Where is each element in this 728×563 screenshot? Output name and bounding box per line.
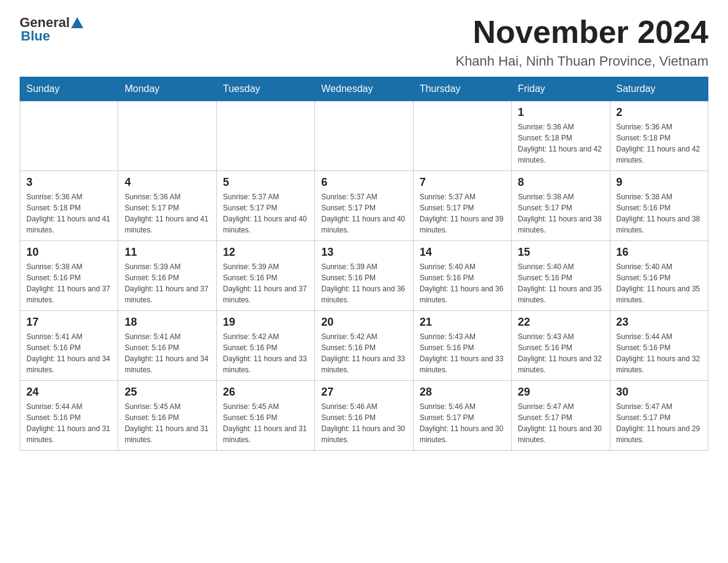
calendar-cell: 12Sunrise: 5:39 AMSunset: 5:16 PMDayligh… bbox=[216, 241, 314, 311]
day-number: 5 bbox=[223, 176, 308, 189]
calendar-cell: 7Sunrise: 5:37 AMSunset: 5:17 PMDaylight… bbox=[413, 171, 511, 241]
calendar-cell: 23Sunrise: 5:44 AMSunset: 5:16 PMDayligh… bbox=[610, 311, 708, 381]
day-info: Sunrise: 5:36 AMSunset: 5:18 PMDaylight:… bbox=[26, 191, 112, 236]
col-header-friday: Friday bbox=[512, 77, 610, 101]
calendar-title: November 2024 bbox=[455, 15, 708, 50]
calendar-cell: 17Sunrise: 5:41 AMSunset: 5:16 PMDayligh… bbox=[20, 311, 118, 381]
calendar-cell: 13Sunrise: 5:39 AMSunset: 5:16 PMDayligh… bbox=[315, 241, 413, 311]
day-number: 1 bbox=[518, 106, 603, 119]
col-header-sunday: Sunday bbox=[20, 77, 118, 101]
calendar-cell: 8Sunrise: 5:38 AMSunset: 5:17 PMDaylight… bbox=[512, 171, 610, 241]
day-info: Sunrise: 5:39 AMSunset: 5:16 PMDaylight:… bbox=[223, 261, 308, 305]
day-number: 26 bbox=[223, 386, 308, 399]
logo-blue-text: Blue bbox=[21, 28, 50, 44]
calendar-cell: 10Sunrise: 5:38 AMSunset: 5:16 PMDayligh… bbox=[20, 241, 118, 311]
day-number: 11 bbox=[124, 246, 210, 259]
calendar-cell bbox=[315, 101, 413, 171]
calendar-cell bbox=[118, 101, 216, 171]
calendar-cell: 15Sunrise: 5:40 AMSunset: 5:16 PMDayligh… bbox=[512, 241, 610, 311]
page-header: General Blue November 2024 Khanh Hai, Ni… bbox=[20, 15, 708, 69]
calendar-table: SundayMondayTuesdayWednesdayThursdayFrid… bbox=[20, 77, 708, 451]
day-number: 21 bbox=[420, 316, 505, 329]
day-info: Sunrise: 5:37 AMSunset: 5:17 PMDaylight:… bbox=[420, 191, 505, 236]
day-number: 29 bbox=[518, 386, 603, 399]
calendar-cell bbox=[413, 101, 511, 171]
day-info: Sunrise: 5:39 AMSunset: 5:16 PMDaylight:… bbox=[321, 261, 406, 305]
calendar-cell: 3Sunrise: 5:36 AMSunset: 5:18 PMDaylight… bbox=[20, 171, 118, 241]
calendar-cell: 16Sunrise: 5:40 AMSunset: 5:16 PMDayligh… bbox=[610, 241, 708, 311]
week-row-5: 24Sunrise: 5:44 AMSunset: 5:16 PMDayligh… bbox=[20, 381, 708, 451]
calendar-cell: 28Sunrise: 5:46 AMSunset: 5:17 PMDayligh… bbox=[413, 381, 511, 451]
col-header-saturday: Saturday bbox=[610, 77, 708, 101]
day-info: Sunrise: 5:37 AMSunset: 5:17 PMDaylight:… bbox=[223, 191, 308, 236]
calendar-cell: 29Sunrise: 5:47 AMSunset: 5:17 PMDayligh… bbox=[512, 381, 610, 451]
calendar-cell: 22Sunrise: 5:43 AMSunset: 5:16 PMDayligh… bbox=[512, 311, 610, 381]
calendar-cell: 27Sunrise: 5:46 AMSunset: 5:16 PMDayligh… bbox=[315, 381, 413, 451]
calendar-cell: 2Sunrise: 5:36 AMSunset: 5:18 PMDaylight… bbox=[610, 101, 708, 171]
day-number: 23 bbox=[616, 316, 702, 329]
day-info: Sunrise: 5:43 AMSunset: 5:16 PMDaylight:… bbox=[518, 331, 603, 375]
day-info: Sunrise: 5:47 AMSunset: 5:17 PMDaylight:… bbox=[518, 401, 603, 445]
day-number: 28 bbox=[420, 386, 505, 399]
day-number: 20 bbox=[321, 316, 406, 329]
day-info: Sunrise: 5:42 AMSunset: 5:16 PMDaylight:… bbox=[321, 331, 406, 375]
day-number: 16 bbox=[616, 246, 702, 259]
day-info: Sunrise: 5:39 AMSunset: 5:16 PMDaylight:… bbox=[124, 261, 210, 305]
week-row-2: 3Sunrise: 5:36 AMSunset: 5:18 PMDaylight… bbox=[20, 171, 708, 241]
day-info: Sunrise: 5:45 AMSunset: 5:16 PMDaylight:… bbox=[124, 401, 210, 445]
col-header-monday: Monday bbox=[118, 77, 216, 101]
day-info: Sunrise: 5:38 AMSunset: 5:16 PMDaylight:… bbox=[26, 261, 112, 305]
day-info: Sunrise: 5:44 AMSunset: 5:16 PMDaylight:… bbox=[616, 331, 702, 375]
day-number: 27 bbox=[321, 386, 406, 399]
day-number: 17 bbox=[26, 316, 112, 329]
day-info: Sunrise: 5:40 AMSunset: 5:16 PMDaylight:… bbox=[420, 261, 505, 305]
day-number: 6 bbox=[321, 176, 406, 189]
day-info: Sunrise: 5:36 AMSunset: 5:18 PMDaylight:… bbox=[616, 121, 702, 166]
calendar-cell: 19Sunrise: 5:42 AMSunset: 5:16 PMDayligh… bbox=[216, 311, 314, 381]
week-row-4: 17Sunrise: 5:41 AMSunset: 5:16 PMDayligh… bbox=[20, 311, 708, 381]
calendar-cell: 14Sunrise: 5:40 AMSunset: 5:16 PMDayligh… bbox=[413, 241, 511, 311]
day-number: 7 bbox=[420, 176, 505, 189]
calendar-cell: 11Sunrise: 5:39 AMSunset: 5:16 PMDayligh… bbox=[118, 241, 216, 311]
day-info: Sunrise: 5:43 AMSunset: 5:16 PMDaylight:… bbox=[420, 331, 505, 375]
day-info: Sunrise: 5:36 AMSunset: 5:18 PMDaylight:… bbox=[518, 121, 603, 166]
day-info: Sunrise: 5:40 AMSunset: 5:16 PMDaylight:… bbox=[616, 261, 702, 305]
day-info: Sunrise: 5:38 AMSunset: 5:16 PMDaylight:… bbox=[616, 191, 702, 236]
day-number: 25 bbox=[124, 386, 210, 399]
day-info: Sunrise: 5:37 AMSunset: 5:17 PMDaylight:… bbox=[321, 191, 406, 236]
day-number: 9 bbox=[616, 176, 702, 189]
day-info: Sunrise: 5:45 AMSunset: 5:16 PMDaylight:… bbox=[223, 401, 308, 445]
day-number: 30 bbox=[616, 386, 702, 399]
day-info: Sunrise: 5:41 AMSunset: 5:16 PMDaylight:… bbox=[124, 331, 210, 375]
calendar-cell: 5Sunrise: 5:37 AMSunset: 5:17 PMDaylight… bbox=[216, 171, 314, 241]
day-number: 19 bbox=[223, 316, 308, 329]
day-number: 10 bbox=[26, 246, 112, 259]
day-number: 4 bbox=[124, 176, 210, 189]
day-number: 8 bbox=[518, 176, 603, 189]
day-info: Sunrise: 5:40 AMSunset: 5:16 PMDaylight:… bbox=[518, 261, 603, 305]
day-info: Sunrise: 5:38 AMSunset: 5:17 PMDaylight:… bbox=[518, 191, 603, 236]
day-info: Sunrise: 5:44 AMSunset: 5:16 PMDaylight:… bbox=[26, 401, 112, 445]
day-info: Sunrise: 5:47 AMSunset: 5:17 PMDaylight:… bbox=[616, 401, 702, 445]
day-number: 13 bbox=[321, 246, 406, 259]
week-row-3: 10Sunrise: 5:38 AMSunset: 5:16 PMDayligh… bbox=[20, 241, 708, 311]
day-number: 3 bbox=[26, 176, 112, 189]
calendar-subtitle: Khanh Hai, Ninh Thuan Province, Vietnam bbox=[455, 53, 708, 69]
day-number: 2 bbox=[616, 106, 702, 119]
day-number: 18 bbox=[124, 316, 210, 329]
col-header-tuesday: Tuesday bbox=[216, 77, 314, 101]
calendar-cell: 4Sunrise: 5:36 AMSunset: 5:17 PMDaylight… bbox=[118, 171, 216, 241]
calendar-header-row: SundayMondayTuesdayWednesdayThursdayFrid… bbox=[20, 77, 708, 101]
calendar-cell bbox=[20, 101, 118, 171]
day-number: 12 bbox=[223, 246, 308, 259]
logo: General Blue bbox=[20, 15, 83, 44]
calendar-cell bbox=[216, 101, 314, 171]
col-header-wednesday: Wednesday bbox=[315, 77, 413, 101]
calendar-cell: 1Sunrise: 5:36 AMSunset: 5:18 PMDaylight… bbox=[512, 101, 610, 171]
calendar-cell: 25Sunrise: 5:45 AMSunset: 5:16 PMDayligh… bbox=[118, 381, 216, 451]
day-info: Sunrise: 5:42 AMSunset: 5:16 PMDaylight:… bbox=[223, 331, 308, 375]
day-number: 14 bbox=[420, 246, 505, 259]
col-header-thursday: Thursday bbox=[413, 77, 511, 101]
day-info: Sunrise: 5:46 AMSunset: 5:16 PMDaylight:… bbox=[321, 401, 406, 445]
calendar-cell: 6Sunrise: 5:37 AMSunset: 5:17 PMDaylight… bbox=[315, 171, 413, 241]
